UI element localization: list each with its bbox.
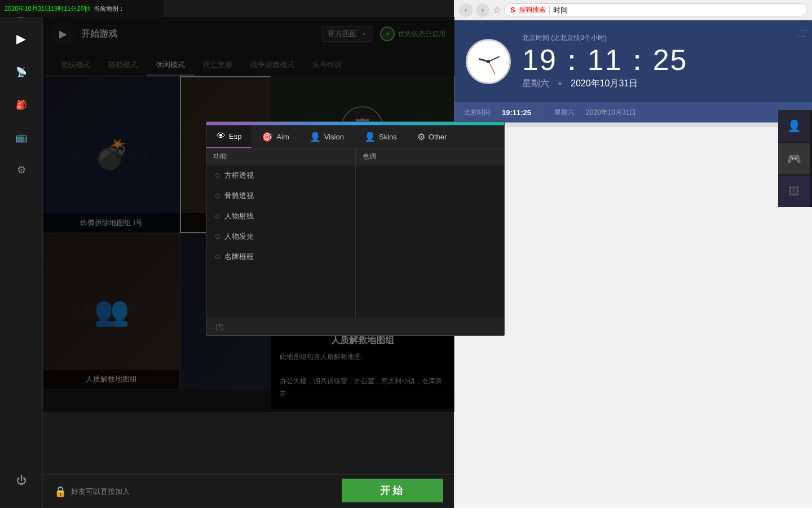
bottom-weekday: 星期六 — [554, 108, 575, 117]
browser-panel: ‹ › ☆ S 搜狗搜索 北京时间 (比北京快0个小时) 19：11：25 星期… — [454, 0, 812, 508]
tab-danghao[interactable]: 头号特训 — [303, 55, 351, 76]
aim-icon: 🎯 — [262, 132, 273, 142]
feature-label-badge: 名牌框框 — [224, 252, 254, 262]
feature-label-ray: 人物射线 — [224, 211, 254, 221]
tab-label-aim: Aim — [276, 133, 289, 141]
hack-menu-tabs: 👁 Esp 🎯 Aim 👤 Vision 👤 Skins ⚙ Other — [206, 125, 504, 148]
feature-label-glow: 人物发光 — [224, 231, 254, 242]
timezone-label: 北京时间 (比北京快0个小时) — [522, 33, 801, 43]
clock-time-display: 19：11：25 — [522, 45, 801, 75]
hack-tab-skins[interactable]: 👤 Skins — [354, 125, 407, 148]
tab-wargame[interactable]: 战争游戏模式 — [241, 55, 303, 76]
mini-thumb-3[interactable]: 🖼 — [778, 176, 810, 207]
sidebar-item-tv[interactable]: 📺 — [7, 123, 36, 151]
map-card-hostage[interactable]: 👥 人质解救地图组 人质解救地图组 — [43, 233, 180, 390]
search-input[interactable] — [553, 6, 801, 14]
hack-item-badge[interactable]: 名牌框框 — [206, 247, 355, 267]
tab-casual[interactable]: 休闲模式 — [147, 55, 194, 76]
plus-icon[interactable]: ＋ — [556, 78, 564, 89]
hack-tab-esp[interactable]: 👁 Esp — [206, 125, 251, 148]
second-hand — [488, 61, 496, 75]
vision-icon: 👤 — [310, 132, 321, 142]
mini-thumbnails: 👤 🎮 🖼 — [778, 110, 812, 207]
mini-thumb-2[interactable]: 🎮 — [778, 143, 810, 174]
feature-label-box: 方框透视 — [224, 170, 254, 181]
horizontal-scrollbar[interactable] — [454, 122, 812, 127]
sougou-logo: S — [510, 6, 515, 14]
mini-thumb-1[interactable]: 👤 — [778, 110, 810, 142]
friends-text: 好友可以直接加入 — [71, 487, 130, 497]
mode-label: 官方匹配 — [328, 29, 357, 39]
forward-button[interactable]: › — [476, 3, 489, 17]
sidebar-item-settings[interactable]: ⚙ — [7, 156, 36, 184]
page-title: 开始游戏 — [81, 28, 315, 40]
tab-label-skins: Skins — [379, 133, 397, 141]
topbar: 2020年10月31日19时11分26秒 当前地图： — [0, 0, 164, 17]
hack-tab-other[interactable]: ⚙ Other — [407, 125, 457, 148]
mode-selector[interactable]: 官方匹配 ▼ — [321, 26, 373, 42]
clock-widget: 北京时间 (比北京快0个小时) 19：11：25 星期六 ＋ 2020年10月3… — [454, 20, 812, 102]
chevron-down-icon: ▼ — [361, 31, 367, 37]
tabbar: 竞技模式 搭档模式 休闲模式 死亡竞赛 战争游戏模式 头号特训 — [43, 51, 454, 76]
back-button[interactable]: ‹ — [459, 3, 473, 17]
hack-tab-vision[interactable]: 👤 Vision — [299, 125, 354, 148]
features-header: 功能 — [206, 148, 355, 165]
hack-item-box[interactable]: 方框透视 — [206, 165, 355, 186]
hack-menu: 👁 Esp 🎯 Aim 👤 Vision 👤 Skins ⚙ Other 功能 … — [206, 121, 505, 336]
hack-menu-body: 功能 方框透视 骨骼透视 人物射线 人物发光 名牌框框 色 — [206, 148, 504, 318]
weekday-label: 星期六 — [522, 78, 549, 90]
hack-menu-footer: (?) — [206, 318, 504, 335]
sidebar-item-inventory[interactable]: 🎒 — [7, 90, 36, 119]
sidebar-item-radar[interactable]: 📡 — [7, 58, 36, 86]
priority-label: 优先状态已启用 — [398, 29, 445, 39]
web-content — [454, 127, 812, 503]
play-icon[interactable]: ▶ — [52, 23, 74, 45]
eye-icon: 👁 — [217, 131, 226, 141]
bottom-time-label: 北京时间 — [464, 108, 491, 117]
tab-label-esp: Esp — [229, 132, 241, 141]
lock-icon: 🔒 — [54, 485, 67, 498]
star-icon[interactable]: ☆ — [493, 5, 501, 15]
browser-toolbar: ‹ › ☆ S 搜狗搜索 — [454, 0, 812, 20]
map-preview-1: 💣 — [43, 77, 179, 233]
date-label: 2020年10月31日 — [571, 78, 638, 90]
priority-badge: ✦ 优先状态已启用 — [380, 27, 445, 41]
tab-competitive[interactable]: 竞技模式 — [52, 55, 99, 76]
bottom-date: 2020年10月31日 — [586, 108, 636, 117]
clock-center — [487, 60, 490, 63]
hack-features-panel: 功能 方框透视 骨骼透视 人物射线 人物发光 名牌框框 — [206, 148, 356, 318]
map-group-desc: 此地图组包含人质解救地图。 办公大楼，佣兵训练营，办公室，意大利小镇，仓库突击 — [280, 351, 445, 400]
tab-label-other: Other — [429, 133, 447, 141]
sidebar-item-play[interactable]: ▶ — [7, 25, 36, 53]
search-engine-label: 搜狗搜索 — [519, 5, 546, 15]
priority-icon: ✦ — [380, 27, 395, 41]
map-name-1: 炸弹拆除地图组 Ⅰ号 — [43, 213, 179, 233]
map-name-hostage: 人质解救地图组 — [43, 370, 179, 389]
map-label: 当前地图： — [94, 5, 125, 13]
hack-item-glow[interactable]: 人物发光 — [206, 226, 355, 247]
hack-item-bone[interactable]: 骨骼透视 — [206, 186, 355, 206]
sidebar-item-power[interactable]: ⏻ — [7, 466, 36, 494]
hack-color-panel: 色调 — [356, 148, 505, 318]
map-preview-hostage: 👥 — [43, 234, 179, 389]
sidebar: CS GO ▶ 📡 🎒 📺 ⚙ ⏻ — [0, 0, 43, 508]
clock-hands — [471, 45, 505, 78]
feature-label-bone: 骨骼透视 — [224, 191, 254, 201]
hack-tab-aim[interactable]: 🎯 Aim — [251, 125, 299, 148]
clock-bottom-bar: 北京时间 19:11:25 星期六 2020年10月31日 — [454, 102, 812, 122]
topnav: ▶ 开始游戏 官方匹配 ▼ ✦ 优先状态已启用 — [43, 17, 454, 51]
map-card-1[interactable]: 💣 炸弹拆除地图组 炸弹拆除地图组 Ⅰ号 — [43, 76, 180, 233]
clock-info: 北京时间 (比北京快0个小时) 19：11：25 星期六 ＋ 2020年10月3… — [522, 33, 801, 90]
hack-item-ray[interactable]: 人物射线 — [206, 206, 355, 226]
tab-label-vision: Vision — [324, 133, 344, 141]
tab-deathmatch[interactable]: 死亡竞赛 — [194, 55, 241, 76]
clock-face — [466, 39, 511, 84]
bottom-time-value: 19:11:25 — [502, 108, 531, 117]
bottom-bar: 🔒 好友可以直接加入 开始 — [43, 474, 454, 508]
tab-wingman[interactable]: 搭档模式 — [99, 55, 147, 76]
start-button[interactable]: 开始 — [342, 479, 443, 502]
skins-icon: 👤 — [364, 132, 376, 142]
time-display: 2020年10月31日19时11分26秒 — [5, 5, 90, 13]
footer-help: (?) — [215, 323, 224, 331]
clock-date-row: 星期六 ＋ 2020年10月31日 — [522, 78, 801, 90]
